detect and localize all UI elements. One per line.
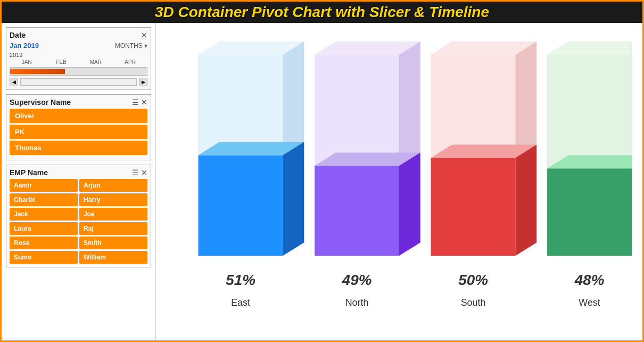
month-jan: JAN bbox=[10, 59, 44, 65]
svg-text:48%: 48% bbox=[574, 272, 605, 288]
svg-text:North: North bbox=[345, 297, 369, 308]
timeline-period: MONTHS ▾ bbox=[115, 42, 147, 50]
svg-rect-3 bbox=[199, 155, 283, 256]
svg-text:51%: 51% bbox=[226, 272, 255, 288]
chart-area: 51% East 49% North bbox=[156, 23, 642, 340]
timeline-bar[interactable] bbox=[10, 67, 147, 76]
svg-marker-13 bbox=[399, 152, 420, 256]
supervisor-item[interactable]: Thomas bbox=[10, 141, 147, 155]
supervisor-sort-icon[interactable]: ☰ bbox=[132, 98, 139, 107]
date-slicer: Date ✕ Jan 2019 MONTHS ▾ 2019 JAN FEB MA… bbox=[6, 27, 151, 90]
emp-item[interactable]: Charlie bbox=[10, 193, 78, 206]
svg-text:West: West bbox=[579, 297, 600, 308]
svg-text:South: South bbox=[461, 297, 486, 308]
svg-marker-25 bbox=[547, 42, 632, 55]
emp-item[interactable]: Harry bbox=[79, 193, 147, 206]
emp-item[interactable]: Jack bbox=[10, 208, 78, 221]
emp-items-grid: AamirArjunCharlieHarryJackJoeLauraRajRos… bbox=[10, 179, 147, 264]
emp-item[interactable]: Laura bbox=[10, 222, 78, 235]
svg-text:49%: 49% bbox=[342, 272, 372, 288]
emp-item[interactable]: Sumo bbox=[10, 251, 78, 264]
emp-sort-icon[interactable]: ☰ bbox=[132, 168, 139, 177]
chart-container: 51% East 49% North bbox=[167, 28, 632, 335]
timeline-selected-date: Jan 2019 bbox=[10, 42, 39, 50]
svg-rect-11 bbox=[315, 166, 399, 256]
timeline-next-btn[interactable]: ▶ bbox=[139, 78, 147, 86]
month-apr: APR bbox=[113, 59, 147, 65]
emp-item[interactable]: Arjun bbox=[79, 179, 147, 192]
supervisor-slicer: Supervisor Name ☰ ✕ OliverPKThomas bbox=[6, 94, 151, 160]
emp-item[interactable]: Raj bbox=[79, 222, 147, 235]
supervisor-item[interactable]: Oliver bbox=[10, 109, 147, 123]
timeline-year: 2019 bbox=[10, 52, 147, 58]
supervisor-slicer-title: Supervisor Name bbox=[10, 98, 71, 107]
timeline-prev-btn[interactable]: ◀ bbox=[10, 78, 18, 86]
emp-item[interactable]: Aamir bbox=[10, 179, 78, 192]
svg-marker-21 bbox=[516, 144, 537, 256]
filter-clear-icon[interactable]: ✕ bbox=[141, 31, 147, 39]
page-title: 3D Container Pivot Chart with Slicer & T… bbox=[155, 4, 489, 20]
svg-rect-27 bbox=[547, 168, 632, 256]
timeline-bar-fill bbox=[10, 69, 65, 74]
emp-item[interactable]: Rose bbox=[10, 237, 78, 249]
pivot-chart: 51% East 49% North bbox=[167, 28, 632, 335]
emp-slicer-title: EMP Name bbox=[10, 168, 48, 177]
emp-item[interactable]: Joe bbox=[79, 208, 147, 221]
timeline-nav: ◀ ▶ bbox=[10, 78, 147, 86]
supervisor-items-list: OliverPKThomas bbox=[10, 109, 147, 155]
left-panel: Date ✕ Jan 2019 MONTHS ▾ 2019 JAN FEB MA… bbox=[2, 23, 156, 340]
svg-rect-19 bbox=[431, 158, 516, 256]
svg-text:50%: 50% bbox=[458, 272, 488, 288]
emp-item[interactable]: Smith bbox=[79, 237, 147, 249]
month-mar: MAR bbox=[79, 59, 113, 65]
supervisor-filter-icon[interactable]: ✕ bbox=[141, 98, 147, 107]
timeline-months: JAN FEB MAR APR bbox=[10, 59, 147, 65]
svg-marker-5 bbox=[283, 142, 304, 256]
emp-slicer: EMP Name ☰ ✕ AamirArjunCharlieHarryJackJ… bbox=[6, 165, 151, 267]
emp-item[interactable]: William bbox=[79, 251, 147, 264]
date-slicer-title: Date bbox=[10, 31, 26, 39]
title-bar: 3D Container Pivot Chart with Slicer & T… bbox=[2, 2, 642, 23]
month-feb: FEB bbox=[44, 59, 79, 65]
supervisor-item[interactable]: PK bbox=[10, 125, 147, 139]
emp-filter-icon[interactable]: ✕ bbox=[141, 168, 147, 177]
svg-text:East: East bbox=[231, 297, 250, 308]
timeline-scrollbar[interactable] bbox=[20, 78, 137, 86]
